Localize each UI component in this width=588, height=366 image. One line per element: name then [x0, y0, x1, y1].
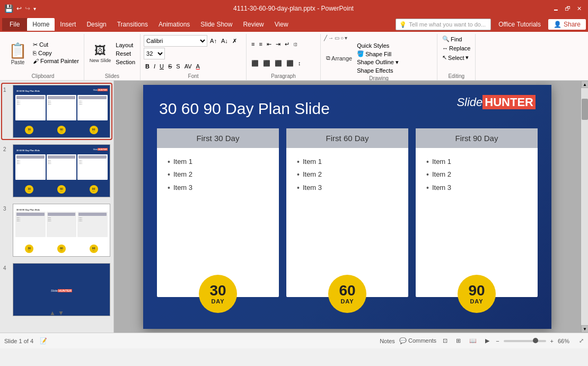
scroll-down-button[interactable]: ▼ [581, 325, 588, 333]
align-left-button[interactable]: ⬛ [250, 59, 260, 67]
slide-thumb-1[interactable]: 1 30 60 90 Day Plan Slide SlideHUNTER • … [2, 84, 111, 139]
shadow-button[interactable]: S [174, 63, 181, 70]
slide-thumb-3[interactable]: 3 30 60 90 Day Plan Slide • Item 1• Item… [2, 203, 111, 258]
undo-icon[interactable]: ↩ [16, 5, 22, 12]
slide-col-3[interactable]: First 90 Day Item 1 Item 2 Item 3 90 DAY [416, 128, 538, 297]
close-button[interactable]: ✕ [574, 4, 584, 13]
underline-button[interactable]: U [158, 63, 165, 70]
zoom-level[interactable]: 66% [558, 338, 575, 344]
italic-button[interactable]: I [152, 63, 157, 70]
menu-review[interactable]: Review [238, 18, 269, 31]
slideshow-button[interactable]: ▶ [483, 336, 492, 345]
line-spacing-button[interactable]: ↕ [296, 59, 303, 67]
strikethrough-button[interactable]: S [166, 63, 173, 70]
ribbon: 📋 Paste ✂ Cut ⎘ Copy 🖌 Format Painter Cl… [0, 32, 588, 81]
reset-button[interactable]: Reset [114, 50, 137, 57]
new-slide-button[interactable]: 🖼 New Slide [87, 35, 113, 72]
slide-sorter-button[interactable]: ⊞ [454, 336, 463, 345]
badge-60-num: 60 [339, 283, 355, 298]
columns-button[interactable]: ⎅ [292, 40, 299, 48]
rtl-button[interactable]: ↵ [283, 40, 291, 48]
indent-inc-button[interactable]: ⇥ [274, 40, 282, 48]
grow-icon[interactable]: A↑ [208, 37, 218, 45]
share-icon: 👤 [554, 21, 561, 28]
vertical-scrollbar[interactable]: ▲ ▼ [581, 81, 588, 333]
arrange-button[interactable]: ⧉ Arrange [324, 42, 354, 74]
menu-file[interactable]: File [2, 18, 27, 31]
slide4-logo: SlideHUNTER [51, 289, 72, 292]
shape-outline-button[interactable]: Shape Outline ▾ [355, 58, 400, 66]
office-tutorials-link[interactable]: Office Tutorials [493, 19, 546, 30]
bullets-button[interactable]: ≡ [250, 40, 256, 48]
scroll-down-btn[interactable]: ▼ [58, 309, 64, 317]
menu-slideshow[interactable]: Slide Show [195, 18, 238, 31]
cut-button[interactable]: ✂ Cut [31, 41, 81, 49]
menu-design[interactable]: Design [81, 18, 111, 31]
normal-view-button[interactable]: ⊡ [441, 336, 450, 345]
ribbon-slides-group: 🖼 New Slide Layout Reset Section Slides [84, 34, 141, 80]
select-button[interactable]: ↖ Select ▾ [441, 54, 472, 62]
main-slide[interactable]: 30 60 90 Day Plan Slide SlideHUNTER Firs… [143, 85, 551, 329]
scroll-up-button[interactable]: ▲ [581, 81, 588, 88]
slide-col-2[interactable]: First 60 Day Item 1 Item 2 Item 3 60 DAY [286, 128, 408, 297]
find-button[interactable]: 🔍 Find [441, 35, 472, 43]
reading-view-button[interactable]: 📖 [467, 336, 479, 345]
bold-button[interactable]: B [144, 63, 151, 70]
shape-rect[interactable]: ▭ [335, 35, 339, 41]
comments-button[interactable]: 💬 Comments [399, 337, 436, 344]
font-size-select[interactable]: 32 [144, 48, 165, 59]
scroll-track[interactable] [581, 88, 588, 325]
indent-dec-button[interactable]: ⇤ [265, 40, 273, 48]
slide-col-1[interactable]: First 30 Day Item 1 Item 2 Item 3 30 DAY [157, 128, 279, 297]
paste-icon: 📋 [8, 42, 27, 59]
scroll-thumb[interactable] [582, 99, 588, 120]
shape-fill-button[interactable]: 🪣 Shape Fill [355, 50, 400, 58]
font-family-select[interactable]: Calibri [144, 35, 207, 47]
shape-arrow[interactable]: → [328, 35, 334, 41]
shape-effects-button[interactable]: Shape Effects [355, 67, 400, 74]
menu-transitions[interactable]: Transitions [112, 18, 153, 31]
fit-to-window-button[interactable]: ⤢ [579, 337, 584, 344]
menu-view[interactable]: View [269, 18, 294, 31]
save-icon[interactable]: 💾 [4, 4, 13, 13]
font-color-button[interactable]: A [195, 63, 201, 70]
help-search[interactable]: 💡 Tell me what you want to do... [396, 19, 491, 30]
col3-item2: Item 2 [426, 170, 527, 179]
section-button[interactable]: Section [114, 58, 137, 66]
justify-button[interactable]: ⬛ [285, 59, 295, 67]
shrink-icon[interactable]: A↓ [220, 37, 230, 45]
ribbon-drawing-group: ╱ → ▭ ○ ▾ ⧉ Arrange Quick Styles 🪣 Shape… [321, 34, 437, 80]
slide-thumb-2[interactable]: 2 30 60 90 Day Plan Slide SlideHUNTER • … [2, 143, 111, 198]
align-center-button[interactable]: ⬛ [261, 59, 272, 67]
menu-insert[interactable]: Insert [55, 18, 81, 31]
paste-button[interactable]: 📋 Paste [5, 41, 30, 66]
numbered-button[interactable]: ≡ [257, 40, 264, 48]
char-spacing-button[interactable]: AV [183, 63, 194, 70]
menu-right: 💡 Tell me what you want to do... Office … [396, 19, 586, 30]
shape-circle[interactable]: ○ [340, 35, 344, 41]
minimize-button[interactable]: 🗕 [551, 4, 560, 13]
notes-button[interactable]: Notes [380, 338, 395, 344]
layout-button[interactable]: Layout [114, 41, 137, 49]
format-painter-button[interactable]: 🖌 Format Painter [31, 57, 81, 65]
customize-icon[interactable]: ▾ [33, 6, 36, 12]
copy-button[interactable]: ⎘ Copy [31, 49, 81, 57]
font-row3: B I U S S AV A [144, 60, 201, 72]
shape-line[interactable]: ╱ [324, 35, 327, 41]
menu-home[interactable]: Home [27, 18, 55, 31]
share-button[interactable]: 👤 Share [548, 19, 586, 30]
more-shapes[interactable]: ▾ [345, 35, 347, 41]
quick-styles-button[interactable]: Quick Styles [355, 42, 400, 49]
replace-button[interactable]: ↔ Replace [441, 45, 472, 52]
badge-90-num: 90 [468, 283, 485, 298]
clear-format-icon[interactable]: ✗ [231, 37, 239, 45]
clipboard-row: 📋 Paste ✂ Cut ⎘ Copy 🖌 Format Painter [5, 35, 81, 72]
zoom-plus-button[interactable]: + [550, 338, 554, 344]
align-right-button[interactable]: ⬛ [273, 59, 284, 67]
zoom-minus-button[interactable]: − [496, 338, 499, 344]
redo-icon[interactable]: ↪ [25, 5, 30, 12]
restore-button[interactable]: 🗗 [563, 4, 572, 13]
zoom-slider[interactable] [504, 340, 546, 342]
menu-animations[interactable]: Animations [153, 18, 195, 31]
scroll-up-btn[interactable]: ▲ [49, 309, 56, 317]
